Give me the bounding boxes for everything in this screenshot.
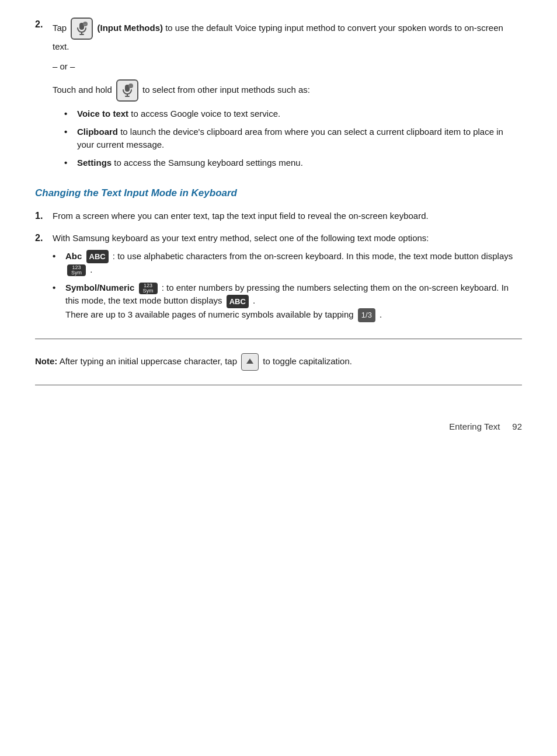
methods-list: Voice to text to access Google voice to …: [64, 107, 522, 169]
bullet-abc: Abc ABC : to use alphabetic characters f…: [53, 250, 522, 277]
step-1-para: From a screen where you can enter text, …: [53, 209, 522, 223]
footer-label: Entering Text: [449, 421, 500, 431]
step-2b-number: 2.: [35, 231, 53, 245]
step-2-number: 2.: [35, 18, 53, 32]
step-2-outer: 2. Tap ... (Inpu: [35, 18, 522, 175]
divider-line-2: [35, 385, 522, 385]
bullet-settings-text: Settings to access the Samsung keyboard …: [77, 156, 303, 170]
bullet-symbol-text: Symbol/Numeric 123 Sym : to enter number…: [65, 281, 522, 322]
abc-badge-2: ABC: [227, 295, 249, 309]
note-section: Note: After typing an initial uppercase …: [35, 350, 522, 374]
bullet-abc-text: Abc ABC : to use alphabetic characters f…: [65, 250, 522, 277]
abc-badge: ABC: [86, 250, 109, 264]
bullet-voice-text: Voice to text to access Google voice to …: [77, 107, 280, 121]
step-1-content: From a screen where you can enter text, …: [53, 209, 522, 223]
step-2-content: Tap ... (Input Methods) to use: [53, 18, 522, 175]
or-divider: – or –: [53, 60, 522, 74]
bullet-clipboard-text: Clipboard to launch the device's clipboa…: [77, 126, 522, 152]
note-label: Note:: [35, 356, 57, 366]
step-1-number: 1.: [35, 209, 53, 223]
text-mode-list: Abc ABC : to use alphabetic characters f…: [53, 250, 522, 322]
footer-page-number: 92: [512, 421, 522, 431]
bullet-clipboard: Clipboard to launch the device's clipboa…: [64, 126, 522, 152]
page-footer: Entering Text 92: [35, 420, 522, 434]
step-2b-content: With Samsung keyboard as your text entry…: [53, 231, 522, 328]
svg-text:...: ...: [84, 23, 86, 26]
section-heading: Changing the Text Input Mode in Keyboard: [35, 186, 522, 201]
tap-label: Tap: [53, 23, 67, 33]
input-methods-label: (Input Methods): [98, 23, 163, 33]
123sym-badge: 123 Sym: [67, 264, 86, 276]
bullet-settings: Settings to access the Samsung keyboard …: [64, 156, 522, 170]
step-2b-item: 2. With Samsung keyboard as your text en…: [35, 231, 522, 328]
input-methods-icon-2: [116, 79, 138, 102]
bullet-symbol: Symbol/Numeric 123 Sym : to enter number…: [53, 281, 522, 322]
arrow-up-icon: [241, 353, 259, 371]
touch-hold-para: Touch and hold to select from other inpu…: [53, 79, 522, 102]
svg-marker-9: [246, 358, 253, 364]
step-2-item: 2. Tap ... (Inpu: [35, 18, 522, 175]
123sym-badge-2: 123 Sym: [139, 283, 158, 294]
content-area: 2. Tap ... (Inpu: [35, 18, 522, 433]
touch-hold-rest: to select from other input methods such …: [142, 85, 310, 95]
touch-hold-label: Touch and hold: [53, 85, 112, 95]
step-1-item: 1. From a screen where you can enter tex…: [35, 209, 522, 223]
note-para: Note: After typing an initial uppercase …: [35, 353, 522, 371]
note-text: After typing an initial uppercase charac…: [60, 356, 237, 366]
input-methods-icon: ...: [71, 18, 93, 40]
note-rest: to toggle capitalization.: [263, 356, 352, 366]
svg-point-8: [128, 83, 133, 88]
bullet-voice: Voice to text to access Google voice to …: [64, 107, 522, 121]
divider-line: [35, 339, 522, 339]
footer-text: Entering Text 92: [449, 420, 522, 434]
step-2b-para: With Samsung keyboard as your text entry…: [53, 231, 522, 245]
step-2-para: Tap ... (Input Methods) to use: [53, 18, 522, 54]
page-badge: 1/3: [358, 308, 375, 322]
